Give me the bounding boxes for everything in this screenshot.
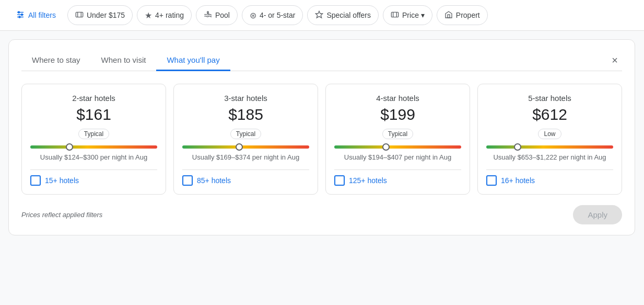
card-5star: 5-star hotels $612 Low Usually $653–$1,2… [477,84,622,195]
card-2star-range [30,145,157,149]
card-2star-range-text: Usually $124–$300 per night in Aug [40,153,147,162]
property-label: Propert [456,11,480,19]
card-3star-checkbox[interactable] [182,175,193,186]
filter-chip-star45[interactable]: ⊛ 4- or 5-star [242,5,303,25]
property-icon [444,10,453,20]
range-track [182,145,309,149]
card-3star-hotels-link[interactable]: 85+ hotels [197,176,231,185]
card-2star-hotels-link[interactable]: 15+ hotels [45,176,79,185]
panel-footer: Prices reflect applied filters Apply [21,205,622,224]
filter-chip-special[interactable]: Special offers [307,5,379,25]
svg-point-5 [19,16,20,18]
card-4star-hotels-link[interactable]: 125+ hotels [349,176,387,185]
card-4star-badge: Typical [382,129,413,139]
filters-icon [16,10,25,21]
card-2star-footer: 15+ hotels [30,170,157,186]
card-5star-range [486,145,613,149]
rating-label: 4+ rating [155,11,184,19]
tab-pay[interactable]: What you'll pay [156,50,230,71]
tab-where[interactable]: Where to stay [21,50,91,71]
star45-label: 4- or 5-star [260,11,295,19]
card-3star-footer: 85+ hotels [182,170,309,186]
svg-rect-6 [76,12,83,17]
filter-chip-under175[interactable]: Under $175 [67,5,133,25]
range-track [30,145,157,149]
svg-point-4 [21,14,23,15]
footer-note: Prices reflect applied filters [21,211,102,219]
card-2star-price: $161 [76,106,111,123]
card-5star-title: 5-star hotels [528,94,571,103]
all-filters-button[interactable]: All filters [8,5,63,25]
tabs: Where to stay When to visit What you'll … [21,50,622,71]
card-3star-range [182,145,309,149]
card-5star-price: $612 [532,106,567,123]
filter-chip-rating[interactable]: ★ 4+ rating [137,5,192,25]
card-3star-title: 3-star hotels [224,94,267,103]
card-4star-range-text: Usually $194–$407 per night in Aug [344,153,451,162]
under175-icon [75,10,84,20]
card-3star-price: $185 [228,106,263,123]
price-icon [391,10,399,20]
svg-rect-12 [391,12,398,17]
rating-icon: ★ [145,10,152,20]
card-3star-badge: Typical [230,129,261,139]
card-5star-range-text: Usually $653–$1,222 per night in Aug [493,153,606,162]
range-thumb [66,143,73,151]
filter-chip-property[interactable]: Propert [437,5,488,25]
card-2star-badge: Typical [78,129,109,139]
card-5star-badge: Low [538,129,561,139]
range-track [486,145,613,149]
special-icon [315,10,323,20]
card-4star-price: $199 [380,106,415,123]
panel: Where to stay When to visit What you'll … [8,39,635,235]
svg-point-9 [207,12,209,13]
tab-when[interactable]: When to visit [91,50,157,71]
card-4star: 4-star hotels $199 Typical Usually $194–… [325,84,470,195]
all-filters-label: All filters [28,11,56,19]
card-4star-title: 4-star hotels [376,94,419,103]
card-2star-title: 2-star hotels [72,94,115,103]
under175-label: Under $175 [87,11,125,19]
close-button[interactable]: × [607,50,622,71]
special-label: Special offers [326,11,371,19]
filter-chip-price[interactable]: Price ▾ [383,5,432,25]
card-2star-checkbox[interactable] [30,175,41,186]
card-5star-hotels-link[interactable]: 16+ hotels [501,176,535,185]
range-thumb [236,143,243,151]
svg-point-3 [18,12,20,13]
pool-label: Pool [215,11,230,19]
apply-button[interactable]: Apply [573,205,622,224]
card-4star-footer: 125+ hotels [334,170,461,186]
card-4star-checkbox[interactable] [334,175,345,186]
main-content: Where to stay When to visit What you'll … [0,31,644,244]
card-5star-checkbox[interactable] [486,175,497,186]
card-4star-range [334,145,461,149]
filter-bar: All filters Under $175 ★ 4+ rating Pool [0,0,644,31]
star45-icon: ⊛ [250,10,256,20]
pool-icon [204,10,212,20]
price-label: Price ▾ [402,11,425,19]
cards-grid: 2-star hotels $161 Typical Usually $124–… [21,84,622,195]
range-thumb [382,143,390,151]
range-thumb [514,143,521,151]
card-3star: 3-star hotels $185 Typical Usually $169–… [173,84,318,195]
range-track [334,145,461,149]
svg-rect-15 [448,15,450,18]
card-5star-footer: 16+ hotels [486,170,613,186]
filter-chip-pool[interactable]: Pool [196,5,238,25]
card-3star-range-text: Usually $169–$374 per night in Aug [192,153,299,162]
card-2star: 2-star hotels $161 Typical Usually $124–… [21,84,166,195]
